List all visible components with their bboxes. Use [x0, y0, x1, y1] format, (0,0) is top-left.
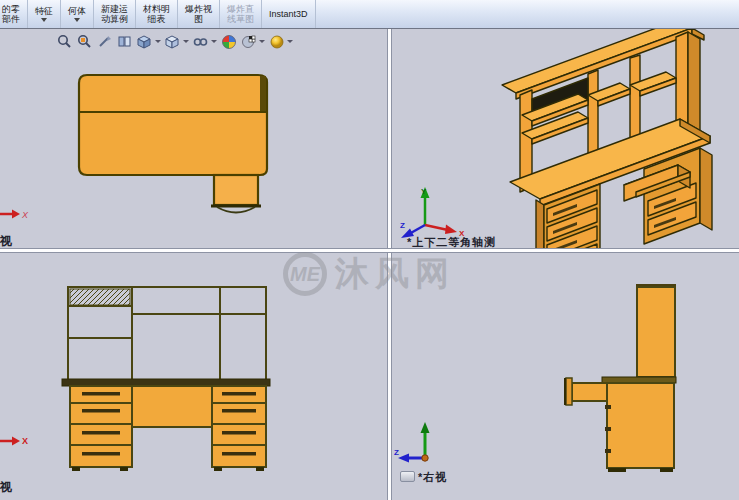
section-view-icon[interactable] — [116, 33, 133, 50]
toolbar-button-label: 特征 — [35, 6, 53, 16]
toolbar-button-label: 线草图 — [227, 14, 254, 24]
toolbar-button-hetij[interactable]: 何体 — [61, 0, 94, 28]
toolbar-button-label: 新建运 — [101, 4, 128, 14]
toolbar-button-label: 材料明 — [143, 4, 170, 14]
axis-x-label: X — [22, 436, 28, 446]
toolbar-button-components[interactable]: 的零 部件 — [0, 0, 28, 28]
viewport-isometric-view[interactable]: Y X Z *上下二等角轴测 — [392, 29, 739, 248]
axis-triad-x: X — [0, 431, 30, 451]
viewport-right-view[interactable]: Z *右视 — [392, 253, 739, 500]
previous-view-icon[interactable] — [96, 33, 113, 50]
vertical-splitter[interactable] — [387, 29, 392, 500]
hide-show-items-icon[interactable] — [192, 33, 209, 50]
toolbar-button-label: 图 — [194, 14, 203, 24]
toolbar-button-new-motion-study[interactable]: 新建运 动算例 — [94, 0, 136, 28]
view-name-label: *上下二等角轴测 — [407, 235, 496, 248]
graphics-area: X 视 — [0, 28, 739, 500]
viewport-top-view[interactable]: X 视 — [0, 29, 387, 248]
toolbar-button-label: 的零 — [2, 4, 20, 14]
toolbar-button-label: 部件 — [2, 14, 20, 24]
toolbar-button-label: 爆炸视 — [185, 4, 212, 14]
command-toolbar: 的零 部件 特征 何体 新建运 动算例 材料明 细表 爆炸视 图 爆炸直 线草图… — [0, 0, 739, 29]
horizontal-splitter[interactable] — [0, 248, 739, 253]
dropdown-caret-icon — [74, 18, 80, 22]
apply-scene-icon[interactable] — [240, 33, 257, 50]
dropdown-caret-icon[interactable] — [259, 40, 265, 43]
axis-x-label: X — [21, 210, 29, 220]
dropdown-caret-icon[interactable] — [155, 40, 161, 43]
view-name-label: *右视 — [400, 470, 447, 485]
display-style-icon[interactable] — [164, 33, 181, 50]
view-orientation-icon[interactable] — [136, 33, 153, 50]
toolbar-button-label: Instant3D — [269, 9, 308, 19]
view-name-text: *右视 — [418, 471, 447, 483]
toolbar-button-bom[interactable]: 材料明 细表 — [136, 0, 178, 28]
viewport-front-view[interactable]: X 视 — [0, 253, 387, 500]
front-view-drawing — [0, 253, 387, 500]
toolbar-button-label: 动算例 — [101, 14, 128, 24]
toolbar-button-label: 细表 — [148, 14, 166, 24]
top-view-drawing — [0, 29, 387, 248]
heads-up-view-toolbar — [56, 33, 293, 50]
axis-z-label: Z — [400, 221, 405, 230]
toolbar-button-instant3d[interactable]: Instant3D — [262, 0, 316, 28]
axis-y-label: Y — [421, 187, 427, 196]
view-settings-icon[interactable] — [268, 33, 285, 50]
dropdown-caret-icon[interactable] — [287, 40, 293, 43]
toolbar-button-features[interactable]: 特征 — [28, 0, 61, 28]
toolbar-button-explode-line-sketch: 爆炸直 线草图 — [220, 0, 262, 28]
edit-appearance-icon[interactable] — [220, 33, 237, 50]
axis-z-label: Z — [394, 448, 399, 457]
zoom-to-area-icon[interactable] — [76, 33, 93, 50]
toolbar-button-label: 何体 — [68, 6, 86, 16]
zoom-to-fit-icon[interactable] — [56, 33, 73, 50]
origin-triad: Z — [394, 419, 454, 474]
view-orientation-mini-icon — [400, 471, 415, 482]
dropdown-caret-icon[interactable] — [183, 40, 189, 43]
toolbar-spacer — [316, 0, 739, 28]
view-name-label: 视 — [0, 233, 12, 248]
view-name-label: 视 — [0, 479, 12, 496]
toolbar-button-label: 爆炸直 — [227, 4, 254, 14]
dropdown-caret-icon[interactable] — [211, 40, 217, 43]
axis-triad-x: X — [0, 204, 30, 224]
dropdown-caret-icon — [41, 18, 47, 22]
toolbar-button-exploded-view[interactable]: 爆炸视 图 — [178, 0, 220, 28]
